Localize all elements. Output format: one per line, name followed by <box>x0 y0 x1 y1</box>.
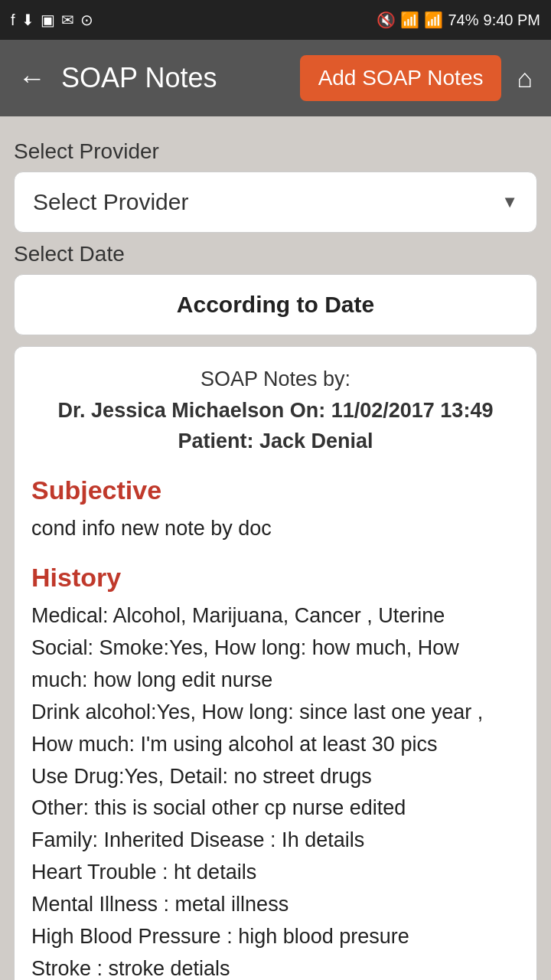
download-icon: ⬇ <box>21 11 34 29</box>
list-item: High Blood Pressure : high blood presure <box>31 921 520 953</box>
subjective-text: cond info new note by doc <box>31 513 520 545</box>
soap-header-line1: SOAP Notes by: <box>31 364 520 395</box>
add-soap-notes-button[interactable]: Add SOAP Notes <box>300 55 502 101</box>
list-item: Mental Illness : metal illness <box>31 889 520 921</box>
list-item: Medical: Alcohol, Marijuana, Cancer , Ut… <box>31 600 520 632</box>
image-icon: ▣ <box>41 11 55 29</box>
status-bar-left: f ⬇ ▣ ✉ ⊙ <box>11 11 93 29</box>
mail-icon: ✉ <box>61 11 74 29</box>
battery-text: 74% <box>448 11 478 29</box>
fb-icon: f <box>11 11 15 29</box>
list-item: Other: this is social other cp nurse edi… <box>31 792 520 825</box>
date-button-text: According to Date <box>177 292 374 318</box>
toolbar: ← SOAP Notes Add SOAP Notes ⌂ <box>0 40 551 116</box>
soap-note-card: SOAP Notes by: Dr. Jessica Michaelson On… <box>14 346 537 980</box>
history-title: History <box>31 563 520 593</box>
list-item: Family: Inherited Disease : Ih details <box>31 825 520 857</box>
provider-dropdown[interactable]: Select Provider ▼ <box>14 172 537 233</box>
home-button[interactable]: ⌂ <box>510 57 539 100</box>
soap-header-line3: Patient: Jack Denial <box>31 426 520 457</box>
subjective-title: Subjective <box>31 475 520 505</box>
page-title: SOAP Notes <box>61 62 291 94</box>
list-item: Heart Trouble : ht details <box>31 857 520 889</box>
history-content: Medical: Alcohol, Marijuana, Cancer , Ut… <box>31 600 520 980</box>
list-item: Social: Smoke:Yes, How long: how much, H… <box>31 632 520 697</box>
list-item: Stroke : stroke detials <box>31 953 520 980</box>
content-area: Select Provider Select Provider ▼ Select… <box>0 116 551 980</box>
provider-dropdown-text: Select Provider <box>33 189 188 215</box>
chevron-down-icon: ▼ <box>501 192 518 212</box>
soap-header-line2: Dr. Jessica Michaelson On: 11/02/2017 13… <box>31 395 520 426</box>
status-bar-right: 🔇 📶 📶 74% 9:40 PM <box>377 11 540 29</box>
date-label: Select Date <box>14 242 537 266</box>
signal-icon: 📶 <box>424 11 443 29</box>
time-display: 9:40 PM <box>484 11 540 29</box>
back-button[interactable]: ← <box>12 56 52 100</box>
date-button[interactable]: According to Date <box>14 274 537 335</box>
provider-label: Select Provider <box>14 139 537 164</box>
mute-icon: 🔇 <box>377 11 396 29</box>
instagram-icon: ⊙ <box>80 11 93 29</box>
soap-note-header: SOAP Notes by: Dr. Jessica Michaelson On… <box>31 364 520 457</box>
wifi-icon: 📶 <box>400 11 419 29</box>
list-item: Use Drug:Yes, Detail: no street drugs <box>31 761 520 793</box>
status-bar: f ⬇ ▣ ✉ ⊙ 🔇 📶 📶 74% 9:40 PM <box>0 0 551 40</box>
list-item: Drink alcohol:Yes, How long: since last … <box>31 697 520 761</box>
